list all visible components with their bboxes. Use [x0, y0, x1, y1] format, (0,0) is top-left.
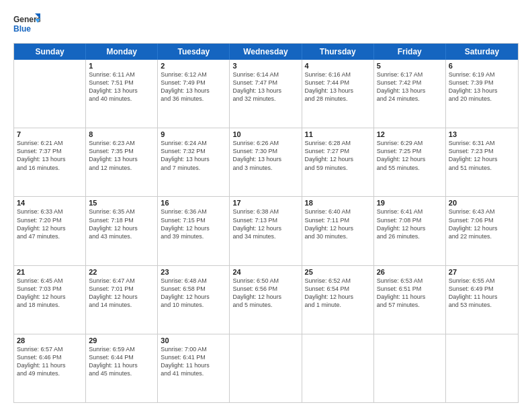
calendar-cell-1: 1Sunrise: 6:11 AMSunset: 7:51 PMDaylight…: [86, 60, 158, 128]
cell-info-line: Sunset: 6:56 PM: [232, 285, 298, 293]
cell-info-line: Daylight: 13 hours: [17, 155, 83, 163]
cell-info-line: Sunset: 7:11 PM: [305, 216, 371, 224]
calendar-cell-21: 21Sunrise: 6:45 AMSunset: 7:03 PMDayligh…: [14, 266, 86, 334]
cell-info-line: Sunset: 6:49 PM: [449, 285, 515, 293]
cell-info-line: Sunrise: 6:38 AM: [232, 208, 298, 216]
cell-info-line: Sunset: 7:20 PM: [17, 216, 83, 224]
day-number: 11: [305, 130, 371, 138]
cell-info-line: Sunrise: 6:43 AM: [449, 208, 515, 216]
cell-info-line: Daylight: 11 hours: [161, 361, 226, 369]
cell-info-line: Daylight: 11 hours: [449, 293, 515, 301]
cell-info-line: and 12 minutes.: [89, 164, 154, 172]
calendar-row-4: 21Sunrise: 6:45 AMSunset: 7:03 PMDayligh…: [14, 265, 518, 334]
day-number: 29: [89, 336, 154, 345]
cell-info-line: Daylight: 12 hours: [161, 224, 226, 232]
calendar-cell-23: 23Sunrise: 6:48 AMSunset: 6:58 PMDayligh…: [158, 266, 230, 334]
cell-info-line: Daylight: 12 hours: [89, 224, 154, 232]
cell-info-line: Sunset: 7:30 PM: [232, 147, 298, 155]
cell-info-line: Daylight: 12 hours: [377, 224, 443, 232]
logo: GeneralBlue: [13, 12, 40, 36]
cell-info-line: Sunrise: 6:11 AM: [89, 71, 154, 79]
calendar-cell-19: 19Sunrise: 6:41 AMSunset: 7:08 PMDayligh…: [374, 197, 446, 265]
cell-info-line: Daylight: 12 hours: [161, 293, 226, 301]
day-number: 27: [449, 268, 515, 276]
cell-info-line: and 51 minutes.: [449, 164, 515, 172]
cell-info-line: Daylight: 13 hours: [232, 87, 298, 95]
day-number: 12: [377, 130, 443, 138]
cell-info-line: Daylight: 12 hours: [377, 155, 443, 163]
day-number: 26: [377, 268, 443, 276]
cell-info-line: and 40 minutes.: [89, 95, 154, 103]
calendar-body: 1Sunrise: 6:11 AMSunset: 7:51 PMDaylight…: [14, 60, 518, 402]
day-number: 18: [305, 199, 371, 207]
day-number: 13: [449, 130, 515, 138]
cell-info-line: Sunrise: 6:31 AM: [449, 139, 515, 147]
cell-info-line: and 49 minutes.: [17, 369, 83, 377]
cell-info-line: and 41 minutes.: [161, 369, 226, 377]
calendar-cell-2: 2Sunrise: 6:12 AMSunset: 7:49 PMDaylight…: [158, 60, 230, 128]
day-number: 20: [449, 199, 515, 207]
calendar-cell-25: 25Sunrise: 6:52 AMSunset: 6:54 PMDayligh…: [302, 266, 374, 334]
cell-info-line: Daylight: 13 hours: [377, 87, 443, 95]
cell-info-line: Sunrise: 6:53 AM: [377, 277, 443, 285]
header-day-sunday: Sunday: [14, 44, 86, 60]
cell-info-line: and 45 minutes.: [89, 369, 154, 377]
cell-info-line: and 36 minutes.: [161, 95, 226, 103]
cell-info-line: Sunrise: 6:55 AM: [449, 277, 515, 285]
cell-info-line: and 30 minutes.: [305, 232, 371, 240]
calendar-cell-30: 30Sunrise: 7:00 AMSunset: 6:41 PMDayligh…: [158, 334, 230, 402]
cell-info-line: Sunrise: 6:16 AM: [305, 71, 371, 79]
cell-info-line: Sunrise: 6:33 AM: [17, 208, 83, 216]
page-header: GeneralBlue: [13, 12, 519, 36]
cell-info-line: Sunrise: 6:36 AM: [161, 208, 226, 216]
cell-info-line: and 34 minutes.: [232, 232, 298, 240]
cell-info-line: Daylight: 13 hours: [161, 155, 226, 163]
day-number: 14: [17, 199, 83, 207]
cell-info-line: Daylight: 13 hours: [89, 87, 154, 95]
cell-info-line: Daylight: 13 hours: [161, 87, 226, 95]
day-number: 15: [89, 199, 154, 207]
cell-info-line: Sunset: 6:58 PM: [161, 285, 226, 293]
cell-info-line: Sunset: 7:37 PM: [17, 147, 83, 155]
cell-info-line: Daylight: 12 hours: [305, 155, 371, 163]
day-number: 9: [161, 130, 226, 138]
calendar-cell-empty-4-3: [230, 334, 302, 402]
cell-info-line: Sunrise: 7:00 AM: [161, 345, 226, 353]
header-day-wednesday: Wednesday: [230, 44, 302, 60]
day-number: 28: [17, 336, 83, 345]
calendar-cell-empty-4-5: [374, 334, 446, 402]
calendar-cell-3: 3Sunrise: 6:14 AMSunset: 7:47 PMDaylight…: [230, 60, 302, 128]
day-number: 10: [232, 130, 298, 138]
cell-info-line: Daylight: 12 hours: [232, 293, 298, 301]
calendar-header: SundayMondayTuesdayWednesdayThursdayFrid…: [14, 44, 518, 60]
cell-info-line: Sunset: 7:18 PM: [89, 216, 154, 224]
cell-info-line: Sunrise: 6:26 AM: [232, 139, 298, 147]
cell-info-line: and 32 minutes.: [232, 95, 298, 103]
cell-info-line: Daylight: 12 hours: [17, 224, 83, 232]
cell-info-line: and 53 minutes.: [449, 301, 515, 309]
day-number: 16: [161, 199, 226, 207]
cell-info-line: Sunset: 7:32 PM: [161, 147, 226, 155]
cell-info-line: and 20 minutes.: [449, 95, 515, 103]
cell-info-line: Sunset: 7:15 PM: [161, 216, 226, 224]
day-number: 2: [161, 62, 226, 70]
day-number: 30: [161, 336, 226, 345]
cell-info-line: Sunrise: 6:12 AM: [161, 71, 226, 79]
cell-info-line: Sunset: 7:47 PM: [232, 79, 298, 87]
day-number: 8: [89, 130, 154, 138]
header-day-thursday: Thursday: [302, 44, 374, 60]
header-day-monday: Monday: [86, 44, 158, 60]
cell-info-line: Sunset: 7:35 PM: [89, 147, 154, 155]
day-number: 7: [17, 130, 83, 138]
cell-info-line: and 5 minutes.: [232, 301, 298, 309]
cell-info-line: Sunrise: 6:41 AM: [377, 208, 443, 216]
cell-info-line: Sunset: 6:44 PM: [89, 353, 154, 361]
cell-info-line: and 24 minutes.: [377, 95, 443, 103]
calendar-cell-9: 9Sunrise: 6:24 AMSunset: 7:32 PMDaylight…: [158, 128, 230, 196]
day-number: 6: [449, 62, 515, 70]
header-day-saturday: Saturday: [446, 44, 518, 60]
calendar-cell-27: 27Sunrise: 6:55 AMSunset: 6:49 PMDayligh…: [446, 266, 518, 334]
calendar-cell-6: 6Sunrise: 6:19 AMSunset: 7:39 PMDaylight…: [446, 60, 518, 128]
cell-info-line: and 16 minutes.: [17, 164, 83, 172]
cell-info-line: Sunset: 7:13 PM: [232, 216, 298, 224]
